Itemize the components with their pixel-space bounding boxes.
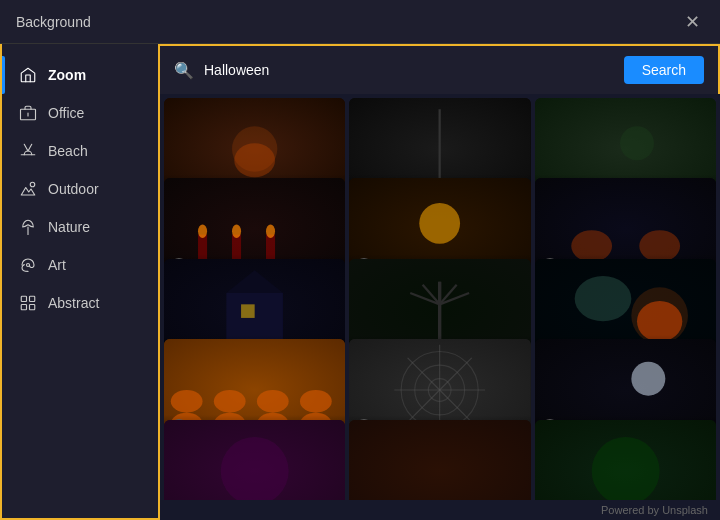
content-area: 🔍 Search TteutschmannAartnokFfreestocksF… bbox=[160, 44, 720, 520]
svg-point-17 bbox=[198, 225, 207, 239]
close-button[interactable]: ✕ bbox=[680, 10, 704, 34]
svg-point-43 bbox=[171, 390, 203, 413]
sidebar-item-abstract[interactable]: Abstract bbox=[2, 284, 158, 322]
sidebar-item-zoom[interactable]: Zoom bbox=[2, 56, 158, 94]
outdoor-icon bbox=[18, 179, 38, 199]
sidebar-label-outdoor: Outdoor bbox=[48, 181, 99, 197]
svg-rect-7 bbox=[30, 305, 35, 310]
footer: Powered by Unsplash bbox=[160, 500, 720, 520]
svg-point-21 bbox=[266, 225, 275, 239]
sidebar-item-beach[interactable]: Beach bbox=[2, 132, 158, 170]
sidebar-item-art[interactable]: Art bbox=[2, 246, 158, 284]
search-input[interactable] bbox=[204, 62, 614, 78]
thumbnail[interactable] bbox=[349, 420, 530, 500]
sidebar-label-nature: Nature bbox=[48, 219, 90, 235]
search-icon: 🔍 bbox=[174, 61, 194, 80]
svg-point-10 bbox=[234, 143, 275, 177]
office-icon bbox=[18, 103, 38, 123]
svg-rect-67 bbox=[349, 420, 530, 500]
nature-icon bbox=[18, 217, 38, 237]
search-bar: 🔍 Search bbox=[160, 44, 720, 94]
svg-rect-30 bbox=[241, 304, 255, 318]
sidebar-item-office[interactable]: Office bbox=[2, 94, 158, 132]
sidebar-label-office: Office bbox=[48, 105, 84, 121]
beach-icon bbox=[18, 141, 38, 161]
svg-point-41 bbox=[574, 276, 631, 321]
sidebar: ZoomOfficeBeachOutdoorNatureArtAbstract bbox=[0, 44, 160, 520]
sidebar-label-abstract: Abstract bbox=[48, 295, 99, 311]
svg-point-45 bbox=[214, 390, 246, 413]
svg-point-47 bbox=[257, 390, 289, 413]
svg-point-19 bbox=[232, 225, 241, 239]
thumbnail[interactable] bbox=[164, 420, 345, 500]
sidebar-label-art: Art bbox=[48, 257, 66, 273]
svg-point-49 bbox=[300, 390, 332, 413]
svg-point-14 bbox=[620, 126, 654, 160]
title-bar: Background ✕ bbox=[0, 0, 720, 44]
svg-rect-4 bbox=[21, 296, 26, 301]
svg-point-23 bbox=[420, 203, 461, 244]
thumbnail[interactable] bbox=[535, 420, 716, 500]
sidebar-label-zoom: Zoom bbox=[48, 67, 86, 83]
main-layout: ZoomOfficeBeachOutdoorNatureArtAbstract … bbox=[0, 44, 720, 520]
art-icon bbox=[18, 255, 38, 275]
search-button[interactable]: Search bbox=[624, 56, 704, 84]
svg-rect-5 bbox=[30, 296, 35, 301]
home-icon bbox=[18, 65, 38, 85]
dialog-title: Background bbox=[16, 14, 91, 30]
image-grid: TteutschmannAartnokFfreestocksFfreestock… bbox=[160, 94, 720, 500]
sidebar-item-outdoor[interactable]: Outdoor bbox=[2, 170, 158, 208]
abstract-icon bbox=[18, 293, 38, 313]
sidebar-item-nature[interactable]: Nature bbox=[2, 208, 158, 246]
sidebar-label-beach: Beach bbox=[48, 143, 88, 159]
footer-text: Powered by Unsplash bbox=[601, 504, 708, 516]
svg-point-2 bbox=[30, 182, 35, 187]
svg-point-64 bbox=[631, 362, 665, 396]
svg-rect-6 bbox=[21, 305, 26, 310]
svg-point-3 bbox=[27, 264, 30, 267]
